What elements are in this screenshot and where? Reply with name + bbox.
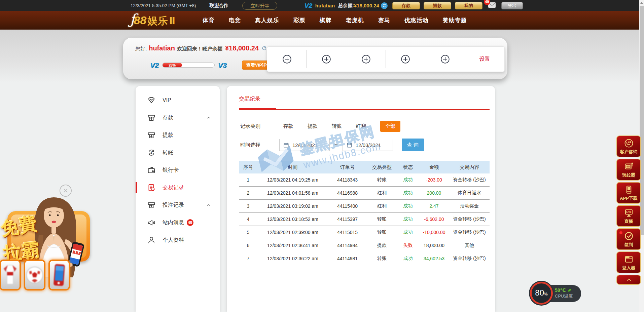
deposit-button[interactable]: 存款 [392, 2, 420, 9]
alliance-link[interactable]: 联盟合作 [209, 3, 228, 9]
date-to-input[interactable]: 12/03/2021 [343, 139, 393, 151]
withdraw-button[interactable]: 提款 [424, 2, 451, 9]
nav-item[interactable]: 老虎机 [339, 11, 371, 30]
float-button-icon [624, 185, 634, 195]
unread-badge: 49 [187, 219, 193, 226]
nav-item[interactable]: 电竞 [222, 11, 248, 30]
sidebar-item-label: 投注记录 [163, 202, 184, 209]
cell-order-number: 44116988 [328, 190, 367, 196]
refresh-icon[interactable] [261, 45, 267, 51]
cell-seq: 4 [239, 217, 257, 222]
filter-option[interactable]: 存款 [283, 123, 293, 129]
sidebar-item-label: 提款 [163, 132, 173, 139]
collapse-shortcuts-button[interactable] [616, 275, 641, 285]
sidebar-item-投注记录[interactable]: 投注记录 [136, 196, 220, 214]
refresh-balance-icon[interactable] [381, 2, 388, 9]
table-header-row: 序号时间订单号交易类型状态金额交易内容 [239, 161, 490, 173]
float-button-APP下载[interactable]: APP下载 [616, 182, 641, 204]
slot-reel [24, 260, 45, 290]
nav-item[interactable]: 赞助专题 [436, 11, 474, 30]
float-button-icon [624, 254, 634, 264]
table-row: 5 12/03/2021 02:39:00 am 44115015 转账 成功 … [239, 226, 490, 239]
sidebar-item-转账[interactable]: 转账 [136, 144, 220, 161]
nav-item[interactable]: 优惠活动 [397, 11, 436, 30]
sidebar-item-交易记录[interactable]: 交易记录 [136, 179, 220, 196]
nav-item[interactable]: 赛马 [371, 11, 397, 30]
cell-time: 12/03/2021 03:18:52 am [257, 217, 328, 222]
sidebar-item-存款[interactable]: 存款 [136, 109, 220, 126]
nav-menu: 体育电竞真人娱乐彩票棋牌老虎机赛马优惠活动赞助专题 [195, 11, 474, 30]
logout-button[interactable]: 登出 [501, 2, 523, 9]
quick-add-slot[interactable] [267, 47, 307, 72]
filter-option[interactable]: 全部 [380, 121, 400, 132]
float-button-icon [624, 231, 634, 241]
table-row: 6 12/03/2021 02:36:41 am 44114984 提款 失败 … [239, 239, 490, 252]
cell-content: 资金转移 (沙巴) [449, 256, 490, 262]
table-header-cell: 交易内容 [449, 164, 490, 170]
tab-transaction-records[interactable]: 交易纪录 [239, 95, 260, 103]
date-range-separator: 一 [334, 142, 338, 148]
float-button-客户咨询[interactable]: 客户咨询 [616, 135, 641, 157]
vip-level-badge: V2 [304, 2, 312, 9]
filter-option[interactable]: 转账 [332, 123, 342, 129]
main-nav: ƒ 88 娱乐 Ⅱ 体育电竞真人娱乐彩票棋牌老虎机赛马优惠活动赞助专题 [0, 11, 639, 30]
scrollbar-up-arrow[interactable] [639, 0, 644, 5]
filter-option[interactable]: 提款 [308, 123, 318, 129]
sidebar-item-label: VIP [163, 97, 171, 103]
chevron-up-icon [625, 276, 632, 283]
sidebar-item-提款[interactable]: 提款 [136, 126, 220, 144]
quick-add-slot[interactable] [307, 47, 347, 72]
float-button-label: 玩拉霸 [622, 172, 635, 178]
messages-button[interactable]: 49 [488, 2, 496, 9]
float-button-直播[interactable]: 直播 [616, 205, 641, 227]
nav-item[interactable]: 真人娱乐 [248, 11, 286, 30]
sidebar-item-label: 站内消息 [163, 219, 184, 226]
cell-content: 体育日返水 [449, 190, 490, 196]
sidebar-item-银行卡[interactable]: 银行卡 [136, 161, 220, 179]
quick-add-slot[interactable] [346, 47, 386, 72]
float-button-签到[interactable]: 签到 [616, 228, 641, 250]
upgrade-button[interactable]: 立即升等 [242, 2, 277, 10]
query-button[interactable]: 查 询 [402, 139, 424, 151]
sidebar-item-VIP[interactable]: VIP [136, 91, 220, 109]
transactions-table: 序号时间订单号交易类型状态金额交易内容 1 12/03/2021 04:19:2… [239, 161, 490, 265]
date-from-input[interactable]: 12/03/2021 [279, 139, 330, 151]
promo-banner[interactable]: 免費 拉霸 [0, 181, 98, 297]
nav-item[interactable]: 棋牌 [313, 11, 339, 30]
sidebar-item-icon [147, 166, 156, 174]
sidebar-item-站内消息[interactable]: 站内消息 49 [136, 214, 220, 231]
vip-current-badge: V2 [150, 61, 159, 69]
nav-item[interactable]: 彩票 [286, 11, 313, 30]
greeting-prefix: 您好, [135, 46, 147, 52]
float-button-label: 直播 [624, 219, 633, 225]
filter-option[interactable]: 红利 [356, 123, 366, 129]
balance-value: ¥18,000.24 [354, 3, 379, 8]
greeting-text: 欢迎回来！账户余额 [177, 46, 222, 52]
site-logo[interactable]: ƒ 88 娱乐 Ⅱ [130, 13, 175, 28]
cell-order-number: 44115015 [328, 230, 367, 235]
table-row: 3 12/03/2021 03:19:02 am 44115400 红利 成功 … [239, 200, 490, 213]
chevron-up-icon [206, 203, 211, 207]
sidebar-item-个人资料[interactable]: 个人资料 [136, 231, 220, 249]
float-button-icon [624, 208, 634, 218]
float-button-label: 签到 [624, 242, 633, 248]
date-to-value: 12/03/2021 [356, 142, 381, 148]
float-button-label: 客户咨询 [620, 149, 638, 155]
settings-button[interactable]: 设置 [465, 47, 505, 72]
category-label: 记录类别 [240, 123, 260, 129]
nav-item[interactable]: 体育 [195, 11, 222, 30]
cell-amount: 34,602.53 [419, 256, 449, 261]
float-button-登入器[interactable]: 登入器 [616, 251, 641, 273]
greeting: 您好, hufatian 欢迎回来！账户余额 ¥18,000.24 [135, 44, 267, 52]
quick-add-slot[interactable] [425, 47, 465, 72]
float-button-label: APP下载 [620, 195, 638, 201]
mine-button[interactable]: 我的 [455, 2, 482, 9]
float-button-玩拉霸[interactable]: 玩拉霸 [616, 159, 641, 181]
system-monitor-widget: 58℃ CPU温度 80 % [530, 282, 584, 305]
time-label: 时间选择 [240, 142, 260, 148]
quick-add-slot[interactable] [386, 47, 426, 72]
quick-actions-card: 设置 [267, 46, 505, 72]
table-row: 2 12/03/2021 04:01:58 am 44116988 红利 成功 … [239, 187, 490, 200]
category-filter-row: 记录类别 存款提款转账红利全部 [240, 120, 400, 132]
cell-seq: 3 [239, 203, 257, 209]
